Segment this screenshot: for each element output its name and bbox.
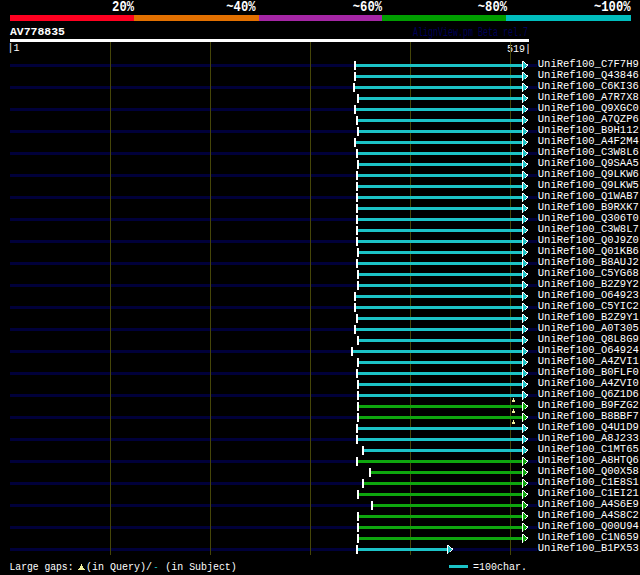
svg-text:AV778835: AV778835 xyxy=(10,26,65,38)
svg-text:-: - xyxy=(154,560,159,573)
svg-text:~40%: ~40% xyxy=(226,0,256,15)
svg-text:~100%: ~100% xyxy=(594,0,631,15)
svg-text:|1: |1 xyxy=(8,41,20,54)
svg-text:~60%: ~60% xyxy=(353,0,383,15)
svg-text:UniRef100_B1PX53: UniRef100_B1PX53 xyxy=(538,541,639,554)
svg-text:Large gaps:: Large gaps: xyxy=(10,560,74,573)
svg-text:AlignView.pm Beta rel.7: AlignView.pm Beta rel.7 xyxy=(413,26,528,40)
svg-text:=100char.: =100char. xyxy=(473,560,527,573)
svg-text:(in Query)/: (in Query)/ xyxy=(86,560,152,573)
svg-text:~80%: ~80% xyxy=(478,0,508,15)
svg-text:(in Subject): (in Subject) xyxy=(165,560,237,573)
svg-text:20%: 20% xyxy=(112,0,134,15)
